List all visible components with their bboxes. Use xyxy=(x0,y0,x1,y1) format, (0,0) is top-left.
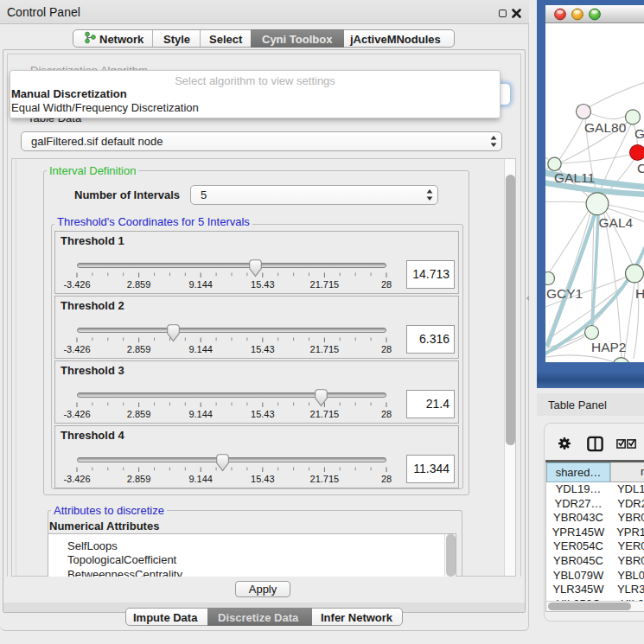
svg-text:CDC: CDC xyxy=(637,161,644,175)
svg-text:GAL80: GAL80 xyxy=(584,120,627,135)
svg-text:GAL4: GAL4 xyxy=(599,215,634,230)
svg-text:GAL6: GAL6 xyxy=(634,126,644,141)
svg-text:GCY1: GCY1 xyxy=(546,286,583,301)
svg-text:HIS: HIS xyxy=(635,286,644,301)
svg-text:HAP2: HAP2 xyxy=(591,340,627,354)
svg-text:GAL11: GAL11 xyxy=(554,170,595,185)
